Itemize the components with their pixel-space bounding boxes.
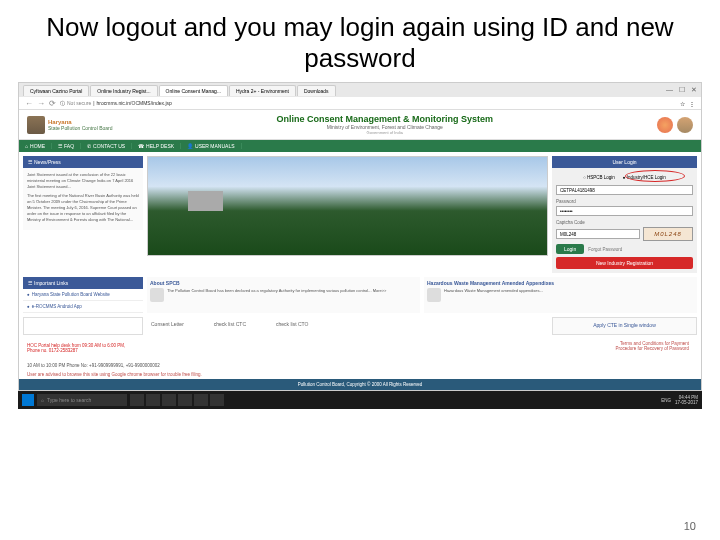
tab-2[interactable]: Online Industry Regist... <box>90 85 157 96</box>
radio-hspcb[interactable]: ○ HSPCB Login <box>583 175 615 180</box>
news-item[interactable]: Joint Statement issued at the conclusion… <box>27 172 139 190</box>
news-body: Joint Statement issued at the conclusion… <box>23 168 143 230</box>
help-icon: ☎ <box>138 143 144 149</box>
copyright-bar: Pollution Control Board, Copyright © 200… <box>19 379 701 390</box>
taskbar-search[interactable]: ⌕Type here to search <box>37 394 127 406</box>
tab-1[interactable]: Cyftwaan Cazino Portal <box>23 85 89 96</box>
forward-icon[interactable]: → <box>37 99 45 108</box>
captcha-input[interactable] <box>556 229 640 239</box>
site-title: Online Consent Management & Monitoring S… <box>112 114 657 124</box>
windows-taskbar: ⌕Type here to search ENG 04:44 PM 17-05-… <box>18 391 702 409</box>
taskbar-app[interactable] <box>146 394 160 406</box>
about-text: The Pollution Control Board has been dec… <box>167 288 386 302</box>
minimize-icon[interactable]: — <box>666 86 673 94</box>
user-icon: 👤 <box>187 143 193 149</box>
back-icon[interactable]: ← <box>25 99 33 108</box>
password-input[interactable] <box>556 206 693 216</box>
window-controls: — ☐ ✕ <box>666 86 697 94</box>
gov-name: Government of India <box>112 130 657 135</box>
maximize-icon[interactable]: ☐ <box>679 86 685 94</box>
links-header: ☰Important Links <box>23 277 143 289</box>
address-bar: ← → ⟳ ⓘ Not secure | hrocmms.nic.in/OCMM… <box>19 97 701 110</box>
info-icon: ⓘ <box>60 100 65 106</box>
link-app[interactable]: ●e-ROCMMS Android App <box>23 301 143 313</box>
checklist-links: Consent Letter check list CTC check list… <box>147 317 548 335</box>
about-hazwaste: Hazardous Waste Management Amended Appen… <box>424 277 697 313</box>
taskbar-app[interactable] <box>178 394 192 406</box>
help-row: HOC Portal help desk from 09:30 AM to 6:… <box>19 339 701 361</box>
nav-contact[interactable]: ✆CONTACT US <box>81 143 132 149</box>
recovery-link[interactable]: Procedure for Recovery of Password <box>155 346 689 351</box>
globe-icon: ● <box>27 292 30 297</box>
link-website[interactable]: ●Haryana State Pollution Board Website <box>23 289 143 301</box>
taskbar-app[interactable] <box>162 394 176 406</box>
forgot-password-link[interactable]: Forgot Password <box>588 247 622 252</box>
login-column: User Login ○ HSPCB Login ● Industry/HCE … <box>552 156 697 273</box>
emblem-icon <box>657 117 673 133</box>
news-icon: ☰ <box>28 159 32 165</box>
news-column: ☰News/Press Joint Statement issued at th… <box>23 156 143 273</box>
search-icon: ⌕ <box>41 397 44 403</box>
list-icon: ☰ <box>28 280 32 286</box>
highlight-oval <box>625 170 685 182</box>
star-icon[interactable]: ☆ <box>680 100 685 107</box>
tab-3[interactable]: Online Consent Manag... <box>159 85 228 96</box>
security-warning: Not secure <box>67 100 91 106</box>
conditions-box: Terms and Conditions for Payment Procedu… <box>147 339 697 357</box>
start-button[interactable] <box>22 394 34 406</box>
apply-cte-box[interactable]: Apply CTE in Single window <box>552 317 697 335</box>
checklist-cto-link[interactable]: check list CTO <box>276 321 308 331</box>
slide-number: 10 <box>684 520 696 532</box>
url-field[interactable]: ⓘ Not secure | hrocmms.nic.in/OCMMS/inde… <box>60 100 676 106</box>
factory-graphic <box>188 191 223 211</box>
faq-icon: ☰ <box>58 143 62 149</box>
hero-image <box>147 156 548 256</box>
browser-advisory: User are advised to browse this site usi… <box>19 370 701 379</box>
links-panel: ☰Important Links ●Haryana State Pollutio… <box>23 277 143 313</box>
tab-4[interactable]: Hydra 2+ - Environment <box>229 85 296 96</box>
about-spcb: About SPCB The Pollution Control Board h… <box>147 277 420 313</box>
nav-home[interactable]: ⌂HOME <box>19 143 52 149</box>
captcha-label: Captcha Code <box>556 220 693 225</box>
tray-date[interactable]: 17-05-2017 <box>675 400 698 405</box>
main-content: ☰News/Press Joint Statement issued at th… <box>19 152 701 277</box>
nav-help[interactable]: ☎HELP DESK <box>132 143 181 149</box>
taskbar-app[interactable] <box>210 394 224 406</box>
ashoka-icon <box>677 117 693 133</box>
menu-icon[interactable]: ⋮ <box>689 100 695 107</box>
taskbar-app[interactable] <box>194 394 208 406</box>
login-button[interactable]: Login <box>556 244 584 254</box>
taskbar-apps <box>130 394 224 406</box>
taskbar-app[interactable] <box>130 394 144 406</box>
right-emblems <box>657 117 693 133</box>
board-name: State Pollution Control Board <box>48 125 112 131</box>
news-item[interactable]: The first meeting of the National River … <box>27 193 139 223</box>
close-icon[interactable]: ✕ <box>691 86 697 94</box>
login-form: ○ HSPCB Login ● Industry/HCE Login Passw… <box>552 168 697 273</box>
username-input[interactable] <box>556 185 693 195</box>
news-header: ☰News/Press <box>23 156 143 168</box>
checklist-row: Consent Letter check list CTC check list… <box>19 317 701 339</box>
nav-faq[interactable]: ☰FAQ <box>52 143 81 149</box>
register-button[interactable]: New Industry Registration <box>556 257 693 269</box>
system-tray: ENG 04:44 PM 17-05-2017 <box>661 395 698 405</box>
about-title: Hazardous Waste Management Amended Appen… <box>427 280 694 286</box>
board-logo-icon <box>27 116 45 134</box>
reload-icon[interactable]: ⟳ <box>49 99 56 108</box>
nav-manuals[interactable]: 👤USER MANUALS <box>181 143 241 149</box>
tab-5[interactable]: Downloads <box>297 85 336 96</box>
url-text: hrocmms.nic.in/OCMMS/index.jsp <box>97 100 172 106</box>
browser-tabs: Cyftwaan Cazino Portal Online Industry R… <box>19 83 701 97</box>
site-title-block: Online Consent Management & Monitoring S… <box>112 114 657 135</box>
building-icon <box>150 288 164 302</box>
helpdesk-info: HOC Portal help desk from 09:30 AM to 6:… <box>23 339 143 357</box>
login-header: User Login <box>552 156 697 168</box>
about-panel: About SPCB The Pollution Control Board h… <box>147 277 697 313</box>
tray-lang[interactable]: ENG <box>661 398 671 403</box>
checklist-ctc-link[interactable]: check list CTC <box>214 321 246 331</box>
main-nav: ⌂HOME ☰FAQ ✆CONTACT US ☎HELP DESK 👤USER … <box>19 140 701 152</box>
home-icon: ⌂ <box>25 143 28 149</box>
about-title: About SPCB <box>150 280 417 286</box>
slide-title: Now logout and you may login again using… <box>0 0 720 82</box>
consent-letter-link[interactable]: Consent Letter <box>151 321 184 331</box>
